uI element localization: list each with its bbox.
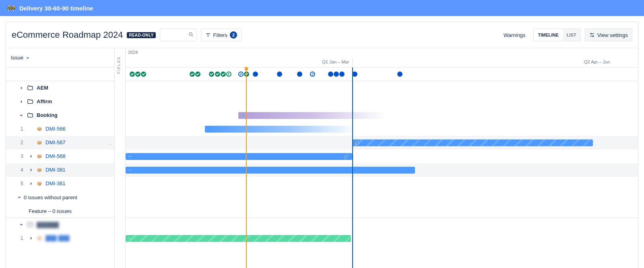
filters-count-badge: 2: [230, 31, 237, 39]
spacer-row: [6, 68, 114, 81]
folder-aem[interactable]: AEM: [6, 81, 114, 95]
dependency-link-icon: 🔗: [240, 113, 246, 118]
milestone-strip: 222: [126, 68, 638, 81]
chevron-right-icon: [19, 86, 23, 90]
timeline-row: 🔗: [126, 136, 638, 149]
folder-redacted[interactable]: ██████: [6, 218, 114, 231]
issue-row-dmi-566[interactable]: 1 DMI-566: [6, 122, 114, 136]
fields-strip[interactable]: FIELDS: [115, 48, 126, 268]
timeline-bar[interactable]: ←: [126, 235, 351, 242]
dependency-link-icon: 🔗: [354, 140, 359, 145]
issue-row-dmi-361[interactable]: 5 DMI-361: [6, 177, 114, 190]
timeline-bar[interactable]: [205, 126, 356, 133]
svg-point-6: [591, 33, 592, 34]
unparented-feature-row: Feature – 0 issues: [6, 204, 114, 218]
chevron-right-icon: [29, 236, 33, 240]
issue-key: DMI-567: [45, 139, 66, 145]
view-mode-toggle: TIMELINE LIST: [533, 29, 580, 41]
timeline-row: ←: [126, 231, 638, 245]
milestone-marker[interactable]: 2: [238, 72, 244, 77]
milestone-marker[interactable]: [141, 72, 146, 77]
banner-title: Delivery 30-60-90 timeline: [19, 5, 93, 12]
view-list-option[interactable]: LIST: [563, 29, 580, 41]
issue-tree-panel: Issue AEM Affirm Book: [6, 48, 115, 268]
milestone-marker[interactable]: [215, 72, 220, 77]
timeline-row: [126, 218, 638, 231]
folder-affirm[interactable]: Affirm: [6, 95, 114, 108]
timeline-panel[interactable]: 2024 Q1 Jan – Mar Q2 Apr – Jun 222 🔗 🔗 ←…: [126, 48, 638, 268]
milestone-marker[interactable]: [190, 72, 195, 77]
filters-button[interactable]: Filters 2: [201, 29, 242, 41]
issue-row-redacted[interactable]: 1 ███-███: [6, 231, 114, 245]
timeline-row: [126, 81, 638, 95]
issue-row-dmi-568[interactable]: 3 DMI-568: [6, 149, 114, 163]
folder-label: AEM: [37, 85, 48, 91]
chevron-down-icon: [19, 223, 23, 227]
timeline-header: 2024 Q1 Jan – Mar Q2 Apr – Jun: [126, 48, 638, 68]
issue-key: DMI-381: [45, 167, 66, 173]
search-input-wrapper: [160, 29, 197, 41]
readonly-badge: READ-ONLY: [127, 32, 155, 38]
folder-label: Booking: [37, 112, 58, 118]
folder-booking[interactable]: Booking: [6, 108, 114, 122]
milestone-marker[interactable]: [221, 72, 226, 77]
timeline-row: [126, 95, 638, 108]
roadmap-card: eCommerce Roadmap 2024 READ-ONLY Filters…: [6, 22, 638, 268]
box-icon: [37, 140, 42, 145]
milestone-marker[interactable]: [334, 72, 339, 77]
timeline-row: ←🔗: [126, 149, 638, 163]
issue-column-header[interactable]: Issue: [6, 48, 114, 68]
release-marker-line: [352, 68, 353, 268]
timeline-row: [126, 122, 638, 136]
folder-icon: [27, 85, 33, 91]
box-icon: [37, 167, 42, 173]
timeline-rows: 🔗 🔗 ←🔗 ← ←: [126, 81, 638, 245]
timeline-row: [126, 204, 638, 218]
milestone-marker[interactable]: [130, 72, 135, 77]
timeline-row: [126, 177, 638, 190]
chevron-right-icon: [29, 168, 33, 172]
timeline-bar[interactable]: 🔗: [238, 112, 387, 119]
warnings-button[interactable]: Warnings: [500, 29, 529, 41]
issue-row-dmi-381[interactable]: 4 DMI-381: [6, 163, 114, 177]
box-icon: [37, 126, 42, 132]
milestone-marker[interactable]: 2: [226, 72, 231, 77]
search-input[interactable]: [160, 29, 197, 41]
page-title: eCommerce Roadmap 2024: [12, 30, 123, 40]
timeline-bar[interactable]: 🔗: [352, 139, 593, 146]
continues-left-icon: ←: [128, 168, 132, 172]
box-icon: [37, 153, 42, 159]
unparented-toggle[interactable]: 0 issues without parent: [6, 190, 114, 204]
chevron-right-icon: [29, 182, 33, 186]
milestone-marker[interactable]: [397, 72, 402, 77]
today-marker-line: [246, 68, 247, 268]
filters-label: Filters: [213, 32, 227, 38]
milestone-marker[interactable]: [328, 72, 333, 77]
milestone-marker[interactable]: 2: [310, 72, 315, 77]
folder-label: ██████: [37, 222, 59, 228]
milestone-marker[interactable]: [209, 72, 214, 77]
milestone-marker[interactable]: [297, 72, 302, 77]
timeline-bar[interactable]: ←: [126, 167, 415, 174]
chevron-down-icon: [17, 195, 21, 199]
view-settings-button[interactable]: View settings: [585, 29, 632, 41]
quarter-divider: [352, 58, 353, 67]
milestone-marker[interactable]: [195, 72, 200, 77]
milestone-marker[interactable]: [277, 72, 282, 77]
timeline-bar[interactable]: ←🔗: [126, 153, 352, 160]
banner-icon: 🚧: [7, 4, 15, 12]
folder-icon: [27, 112, 33, 119]
box-icon: [37, 181, 42, 186]
chevron-down-icon: [19, 113, 23, 117]
view-timeline-option[interactable]: TIMELINE: [534, 29, 562, 41]
issue-row-dmi-567[interactable]: 2 DMI-567 .: [6, 136, 114, 149]
milestone-marker[interactable]: [339, 72, 345, 77]
issue-key: ███-███: [45, 235, 70, 241]
timeline-row: ←: [126, 163, 638, 177]
page-banner: 🚧 Delivery 30-60-90 timeline: [0, 0, 644, 16]
timeline-year: 2024: [128, 50, 138, 55]
milestone-marker[interactable]: [135, 72, 140, 77]
milestone-marker[interactable]: [253, 72, 258, 77]
folder-icon: [27, 98, 33, 105]
toolbar: eCommerce Roadmap 2024 READ-ONLY Filters…: [6, 22, 638, 48]
